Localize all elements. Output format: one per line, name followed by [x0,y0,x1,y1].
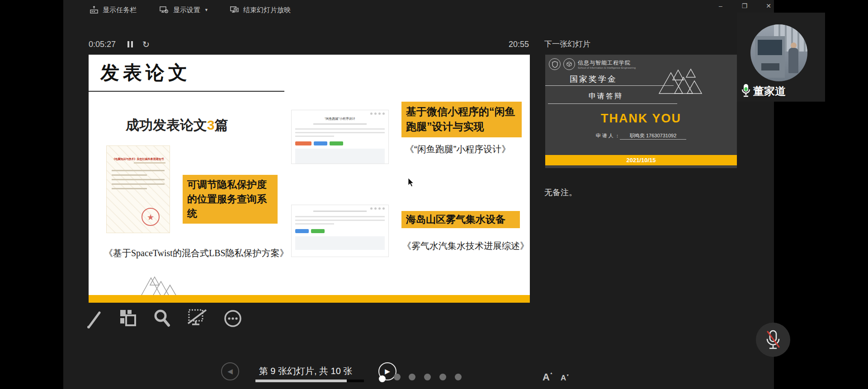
muted-mic-icon [764,329,782,351]
avatar [750,24,807,81]
highlight-box-wechat: 基于微信小程序的“闲鱼跑腿”设计与实现 [401,102,522,137]
participant-mic-icon [741,83,751,98]
maximize-button[interactable]: ❐ [737,1,752,11]
previous-icon: ◀ [227,367,233,375]
webpage-thumbnail-2 [291,205,389,257]
paper-count: 3 [207,117,215,132]
pen-tool-button[interactable] [85,308,104,329]
indicator-dot [424,374,431,380]
end-slideshow-label: 结束幻灯片放映 [243,6,291,14]
slideshow-progress-bar [255,380,364,382]
indicator-dot [409,374,415,380]
slide-position-status: 第 9 张幻灯片, 共 10 张 [248,365,363,377]
thumbnail-buttons [295,229,385,233]
paper-title-wechat: 《“闲鱼跑腿”小程序设计》 [405,143,510,155]
school-name-en: School of Information & Intelligence Eng… [578,66,636,69]
thank-you-text: THANK YOU [545,112,737,126]
applicant-value: 职鸣奕 17630731092 [620,133,686,140]
preview-defense-title: 申请答辩 [589,92,623,101]
zoom-slide-button[interactable] [152,308,173,329]
display-settings-label: 显示设置 [173,6,200,14]
next-slide-preview: 信息与智能工程学院 School of Information & Intell… [545,55,737,168]
thumbnail-toolbar-icons [370,112,385,115]
indicator-dot [455,374,462,380]
thumbnail-toolbar-icons [370,207,385,210]
thumbnail-buttons [295,141,385,145]
show-taskbar-button[interactable]: 显示任务栏 [90,5,137,14]
end-slideshow-button[interactable]: 结束幻灯片放映 [229,5,291,14]
pause-timer-button[interactable] [127,41,134,49]
black-screen-button[interactable] [186,308,209,329]
caret-down-icon: ▼ [566,374,569,377]
preview-award-title: 国家奖学金 [570,74,617,84]
taskbar-icon [90,5,99,14]
annotation-toolbar [85,308,243,329]
screen: 显示任务栏 显示设置 ▼ 结束幻灯片放映 – ❐ ✕ [0,0,868,389]
next-slide-label: 下一张幻灯片 [544,39,590,49]
highlight-box-privacy: 可调节隐私保护度的位置服务查询系统 [183,175,278,224]
university-logo-icon [549,58,561,70]
webpage-thumbnail-1: “闲鱼跑腿”小程序设计 [291,110,389,164]
indicator-dot-active [379,375,386,382]
timer-elapsed: 0:05:27 [89,40,116,49]
webcam-overlay[interactable]: 董家道 [737,13,825,102]
letter-title: 《电脑知识与技术》杂志社稿件录用通知书 [110,157,166,161]
display-settings-icon [159,5,169,14]
end-slideshow-icon [229,5,239,14]
paper-title-fog: 《雾气水汽集水技术进展综述》 [402,240,529,252]
thumbnail-title: “闲鱼跑腿”小程序设计 [292,117,388,121]
school-logos [549,58,575,70]
school-name: 信息与智能工程学院 [578,59,631,67]
chevron-down-icon: ▼ [204,8,208,12]
red-seal-stamp: ★ [142,208,160,226]
highlight-box-fog: 海岛山区雾气集水设备 [401,211,520,228]
slide-title: 发表论文 [100,60,191,85]
current-slide: 发表论文 成功发表论文3篇 《电脑知识与技术》杂志社稿件录用通知书 ★ 可调节隐… [89,55,530,303]
slide-headline: 成功发表论文3篇 [126,116,228,135]
slide-accent-bar [89,295,530,303]
decrease-font-button[interactable]: A▼ [561,374,569,383]
school-logo-icon [563,58,575,70]
date-bar: 2021/10/15 [545,155,737,165]
indicator-dot [439,374,446,380]
indicator-dot [394,374,401,380]
close-button[interactable]: ✕ [761,1,776,11]
progress-fill [255,380,347,382]
paper-title-privacy: 《基于SpaceTwist的混合式LBS隐私保护方案》 [104,247,289,259]
show-taskbar-label: 显示任务栏 [103,6,137,14]
acceptance-letter-image: 《电脑知识与技术》杂志社稿件录用通知书 ★ [106,145,170,233]
microphone-mute-button[interactable] [756,323,790,357]
previous-slide-button[interactable]: ◀ [221,362,239,380]
restart-timer-button[interactable]: ↻ [142,39,150,50]
minimize-button[interactable]: – [713,1,728,11]
next-icon: ▶ [385,367,390,375]
mouse-cursor [408,178,415,188]
pause-icon [127,41,129,47]
participant-name: 董家道 [753,84,786,98]
preview-triangles-logo [655,65,709,96]
caret-up-icon: ▲ [550,371,553,375]
notes-text: 无备注。 [544,187,577,198]
title-rule [89,91,284,92]
triangles-logo [137,272,187,298]
preview-rule [548,103,677,104]
clock: 20:55 [484,40,529,49]
see-all-slides-button[interactable] [118,308,138,329]
applicant-row: 申 请 人 ：职鸣奕 17630731092 [545,132,737,139]
applicant-label: 申 请 人 ： [596,133,620,138]
more-options-button[interactable] [222,308,243,329]
display-settings-button[interactable]: 显示设置 ▼ [159,5,208,14]
increase-font-button[interactable]: A▲ [542,371,553,383]
